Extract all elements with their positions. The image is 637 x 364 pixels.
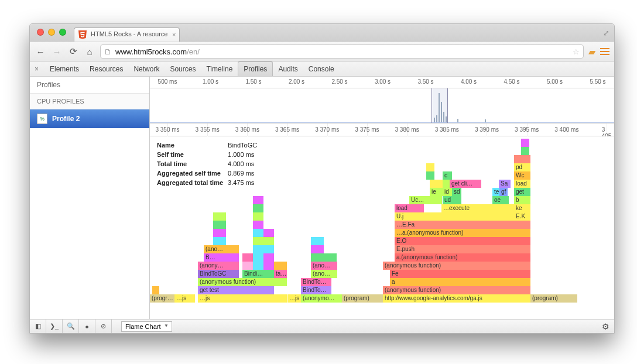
- flame-bar[interactable]: ie: [430, 188, 443, 196]
- flame-bar[interactable]: Bindi…: [242, 270, 274, 278]
- flame-bar[interactable]: [521, 139, 529, 147]
- back-icon[interactable]: ←: [35, 47, 46, 57]
- flame-bar[interactable]: (progr…: [150, 294, 174, 303]
- close-window-icon[interactable]: [37, 29, 44, 36]
- devtools-tab-resources[interactable]: Resources: [84, 62, 128, 76]
- flame-bar[interactable]: [274, 262, 287, 270]
- flame-bar[interactable]: [263, 253, 274, 262]
- devtools-tab-sources[interactable]: Sources: [165, 62, 201, 76]
- close-tab-icon[interactable]: ×: [172, 31, 176, 38]
- flame-bar[interactable]: [253, 204, 263, 212]
- site-info-icon[interactable]: 🗋: [104, 47, 112, 56]
- clear-icon[interactable]: ⊘: [95, 320, 112, 333]
- flame-bar[interactable]: E.K: [514, 212, 530, 221]
- flame-bar[interactable]: [213, 212, 226, 221]
- view-selector[interactable]: Flame Chart: [121, 321, 172, 332]
- flame-bar[interactable]: [253, 253, 263, 262]
- reload-icon[interactable]: ⟳: [67, 46, 79, 57]
- devtools-tab-profiles[interactable]: Profiles: [238, 61, 273, 76]
- record-icon[interactable]: ●: [79, 320, 95, 333]
- devtools-tab-timeline[interactable]: Timeline: [201, 62, 238, 76]
- flame-bar[interactable]: …js: [287, 294, 301, 303]
- search-icon[interactable]: 🔍: [63, 320, 79, 333]
- flame-bar[interactable]: [253, 212, 263, 221]
- flame-bar[interactable]: [263, 245, 274, 253]
- flame-bar[interactable]: E.O: [395, 237, 530, 245]
- flame-bar[interactable]: http://www.google-analytics.com/ga.js: [383, 294, 530, 303]
- flame-bar[interactable]: load: [395, 204, 424, 212]
- flame-bar[interactable]: a.(anonymous function): [395, 253, 530, 262]
- flame-bar[interactable]: U.j: [395, 212, 530, 221]
- zoom-window-icon[interactable]: [59, 29, 66, 36]
- flame-bar[interactable]: get: [514, 188, 530, 196]
- show-console-icon[interactable]: ❯_: [46, 320, 63, 333]
- flame-bar[interactable]: [263, 262, 274, 270]
- flame-bar[interactable]: [263, 229, 274, 237]
- flame-bar[interactable]: ud: [443, 196, 461, 204]
- flame-bar[interactable]: [253, 262, 263, 270]
- flame-bar[interactable]: [213, 237, 226, 245]
- hamburger-menu-icon[interactable]: [600, 48, 609, 55]
- flame-bar[interactable]: [521, 147, 529, 155]
- browser-tab[interactable]: HTML5 Rocks - A resource ×: [74, 28, 180, 42]
- flame-bar[interactable]: [263, 237, 274, 245]
- flame-bar[interactable]: [253, 196, 263, 204]
- flame-bar[interactable]: B…: [204, 253, 239, 262]
- flame-bar[interactable]: (anony…: [198, 262, 239, 270]
- bookmark-star-icon[interactable]: ☆: [573, 47, 580, 56]
- flame-bar[interactable]: Wc: [514, 171, 530, 180]
- flame-bar[interactable]: [253, 229, 263, 237]
- flame-bar[interactable]: [213, 221, 226, 229]
- flame-bar[interactable]: [311, 245, 324, 253]
- flame-bar[interactable]: load: [514, 180, 530, 188]
- flame-bar[interactable]: [324, 253, 337, 262]
- devtools-close-icon[interactable]: ×: [35, 65, 39, 73]
- sidebar-item-profile2[interactable]: % Profile 2: [30, 109, 149, 128]
- flame-bar[interactable]: [253, 245, 263, 253]
- flame-bar[interactable]: a: [390, 278, 530, 286]
- flame-bar[interactable]: [311, 253, 324, 262]
- flame-bar[interactable]: te: [492, 188, 499, 196]
- flame-bar[interactable]: [426, 171, 434, 180]
- flame-bar[interactable]: [242, 253, 253, 262]
- flame-bar[interactable]: (anonymo…: [301, 294, 342, 303]
- flame-bar[interactable]: pd: [514, 163, 530, 171]
- flame-bar[interactable]: Uc…: [409, 196, 442, 204]
- overview-selection[interactable]: [431, 88, 448, 123]
- flame-bar[interactable]: (ano…: [204, 245, 239, 253]
- devtools-tab-audits[interactable]: Audits: [273, 62, 303, 76]
- flame-bar[interactable]: gf: [499, 188, 508, 196]
- flame-bar[interactable]: …E.Fa: [395, 221, 530, 229]
- settings-gear-icon[interactable]: ⚙: [602, 322, 609, 331]
- flame-bar[interactable]: ta…: [274, 270, 287, 278]
- flame-bar[interactable]: …js: [174, 294, 195, 303]
- flame-bar[interactable]: …js: [198, 294, 287, 303]
- flame-bar[interactable]: [311, 237, 324, 245]
- devtools-tab-elements[interactable]: Elements: [44, 62, 84, 76]
- address-bar[interactable]: 🗋 www.html5rocks.com/en/ ☆: [100, 44, 584, 59]
- flame-bar[interactable]: [430, 180, 443, 188]
- flame-bar[interactable]: BindTo…: [301, 286, 331, 294]
- flame-bar[interactable]: (program): [342, 294, 383, 303]
- flame-bar[interactable]: (program): [530, 294, 577, 303]
- devtools-tab-network[interactable]: Network: [128, 62, 165, 76]
- flame-bar[interactable]: Fe: [390, 270, 530, 278]
- flame-bar[interactable]: (anonymous function): [383, 262, 530, 270]
- flame-bar[interactable]: b: [514, 196, 530, 204]
- minimize-window-icon[interactable]: [48, 29, 55, 36]
- flame-bar[interactable]: (ano…: [311, 270, 337, 278]
- dock-side-icon[interactable]: ◧: [30, 320, 46, 333]
- flame-bar[interactable]: BindTo…: [301, 278, 331, 286]
- flame-bar[interactable]: ke: [514, 204, 530, 212]
- flame-bar[interactable]: (anonymous function): [383, 286, 530, 294]
- flame-bar[interactable]: (ano…: [311, 262, 337, 270]
- flame-bar[interactable]: [213, 229, 226, 237]
- home-icon[interactable]: ⌂: [84, 47, 95, 57]
- flame-bar[interactable]: [253, 221, 263, 229]
- expand-window-icon[interactable]: ⤢: [603, 29, 609, 37]
- devtools-tab-console[interactable]: Console: [303, 62, 340, 76]
- flame-bar[interactable]: …a.(anonymous function): [395, 229, 530, 237]
- flame-bar[interactable]: [253, 237, 263, 245]
- flame-bar[interactable]: …execute: [441, 204, 519, 212]
- extension-icon[interactable]: ▰: [588, 46, 595, 57]
